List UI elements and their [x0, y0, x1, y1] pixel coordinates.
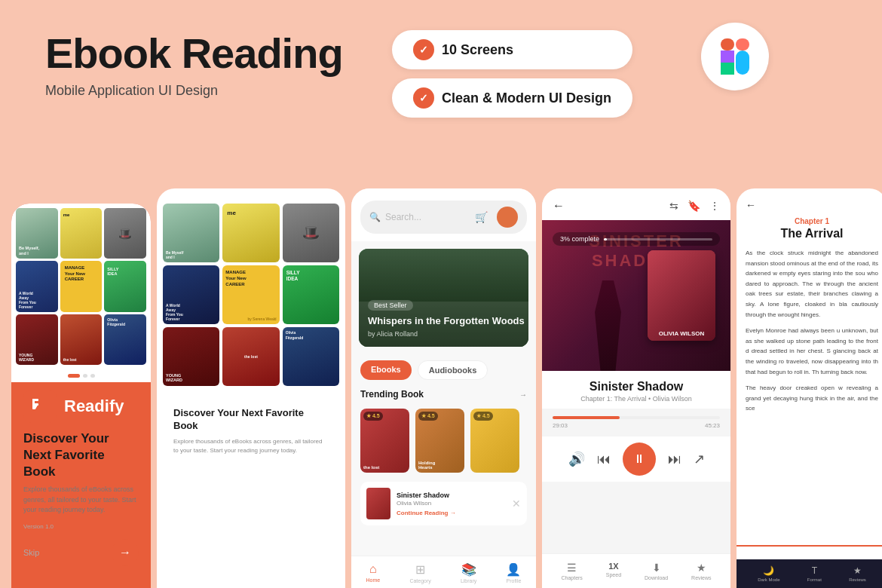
- currently-reading-card[interactable]: Sinister Shadow Olivia Wilson Continue R…: [360, 482, 527, 525]
- search-input[interactable]: Search...: [385, 212, 470, 222]
- screen-book-grid: Be Myselfand I me 🎩 A WorldAwayFrom YouF…: [157, 188, 345, 588]
- cart-icon[interactable]: 🛒: [475, 211, 488, 223]
- user-avatar[interactable]: [497, 207, 518, 228]
- category-icon: ⊞: [415, 562, 425, 577]
- svg-rect-1: [736, 38, 749, 51]
- reading-progress-line: [737, 545, 882, 547]
- search-bar[interactable]: 🔍 Search... 🛒: [360, 201, 527, 234]
- player-bottom-bar: ☰ Chapters 1X Speed ⬇ Download ★ Reviews: [542, 553, 730, 588]
- bookmark-icon[interactable]: 🔖: [688, 200, 700, 212]
- time-labels: 29:03 45:23: [553, 422, 720, 429]
- screen-player: ← ⇆ 🔖 ⋮ SINISTERSHADOW 3% complete: [542, 188, 730, 588]
- nav-library[interactable]: 📚 Library: [461, 562, 476, 583]
- featured-banner[interactable]: Best Seller Whispers in the Forgotten Wo…: [359, 249, 528, 347]
- close-icon[interactable]: ✕: [512, 498, 521, 510]
- dark-mode-item[interactable]: 🌙 Dark Mode: [758, 565, 779, 582]
- trending-section-header: Trending Book →: [351, 386, 536, 403]
- progress-fill: [553, 416, 620, 419]
- check-icon-1: ✓: [413, 39, 434, 60]
- player-cover-area: SINISTERSHADOW 3% complete OLIVIA WILSON: [542, 220, 730, 371]
- progress-percent: 3% complete: [560, 235, 599, 243]
- reader-back-icon[interactable]: ←: [746, 199, 878, 211]
- player-book-info: Sinister Shadow Chapter 1: The Arrival •…: [542, 371, 730, 409]
- format-icon: T: [812, 565, 817, 576]
- back-icon[interactable]: ←: [553, 199, 565, 213]
- feature-badges: ✓ 10 Screens ✓ Clean & Modern UI Design: [392, 30, 632, 118]
- next-arrow-button[interactable]: →: [112, 539, 139, 566]
- progress-track[interactable]: [553, 416, 720, 419]
- pause-button[interactable]: ⏸: [623, 443, 656, 476]
- reader-paragraph-2: Evelyn Monroe had always been u unknown,…: [746, 326, 878, 377]
- tab-audiobooks[interactable]: Audiobooks: [418, 360, 488, 380]
- skip-back-icon[interactable]: ⏮: [597, 452, 611, 467]
- svg-rect-2: [721, 51, 734, 63]
- trending-cover-1: ★ 4.5 the lost: [360, 409, 409, 473]
- reader-paragraph-1: As the clock struck midnight the abandon…: [746, 248, 878, 320]
- trending-book-2[interactable]: ★ 4.5 HoldingHearts: [415, 409, 464, 473]
- chapters-bar-item[interactable]: ☰ Chapters: [561, 562, 582, 580]
- player-header-icons: ⇆ 🔖 ⋮: [669, 200, 720, 212]
- speed-label: Speed: [606, 572, 621, 577]
- search-header: 🔍 Search... 🛒: [351, 188, 536, 241]
- home-icon: ⌂: [369, 562, 377, 576]
- chapters-label: Chapters: [561, 575, 582, 580]
- format-label: Format: [807, 577, 822, 582]
- volume-icon[interactable]: 🔊: [568, 451, 585, 467]
- speed-bar-item[interactable]: 1X Speed: [606, 562, 621, 580]
- trending-book-1[interactable]: ★ 4.5 the lost: [360, 409, 409, 473]
- discover-title: Discover Your Next Favorite Book: [23, 430, 139, 480]
- reading-info: Sinister Shadow Olivia Wilson Continue R…: [397, 492, 506, 516]
- format-item[interactable]: T Format: [807, 565, 822, 582]
- readify-r-icon: [23, 390, 57, 423]
- rating-badge-3: ★ 4.5: [473, 412, 493, 421]
- trending-cover-2: ★ 4.5 HoldingHearts: [415, 409, 464, 473]
- version-text: Version 1.0: [23, 523, 139, 530]
- profile-icon: 👤: [506, 562, 521, 577]
- reading-title: Sinister Shadow: [397, 492, 506, 499]
- share-icon[interactable]: ↗: [694, 451, 705, 467]
- more-icon[interactable]: ⋮: [709, 200, 720, 212]
- nav-profile[interactable]: 👤 Profile: [506, 562, 521, 583]
- continue-reading-link[interactable]: Continue Reading →: [397, 510, 506, 516]
- chapter-title: The Arrival: [746, 227, 878, 240]
- figma-logo: [701, 23, 769, 90]
- banner-content: Best Seller Whispers in the Forgotten Wo…: [368, 297, 525, 338]
- player-controls: 🔊 ⏮ ⏸ ⏭ ↗: [542, 436, 730, 482]
- svg-rect-4: [736, 51, 749, 75]
- reader-reviews-icon: ★: [853, 565, 862, 576]
- nav-category[interactable]: ⊞ Category: [409, 562, 430, 583]
- player-header: ← ⇆ 🔖 ⋮: [542, 188, 730, 220]
- reader-reviews-item[interactable]: ★ Reviews: [849, 565, 866, 582]
- readify-brand-name: Readify: [64, 397, 124, 416]
- player-chapter-info: Chapter 1: The Arrival • Olivia Wilson: [553, 395, 720, 403]
- chapter-label: Chapter 1: [746, 217, 878, 225]
- screen-splash: Be Myself,and I me 🎩 A WorldAwayFrom You…: [11, 204, 151, 588]
- skip-button[interactable]: Skip: [23, 548, 39, 557]
- download-bar-item[interactable]: ⬇ Download: [645, 562, 668, 580]
- nav-home[interactable]: ⌂ Home: [366, 562, 381, 583]
- svg-rect-3: [721, 63, 734, 75]
- download-label: Download: [645, 575, 668, 580]
- library-icon: 📚: [461, 562, 476, 577]
- library-label: Library: [461, 578, 476, 583]
- skip-forward-icon[interactable]: ⏭: [668, 452, 681, 467]
- tab-ebooks[interactable]: Ebooks: [360, 360, 412, 380]
- trending-books-list: ★ 4.5 the lost ★ 4.5 HoldingHearts ★ 4.5: [351, 403, 536, 479]
- dark-mode-icon: 🌙: [763, 565, 774, 576]
- player-book-title: Sinister Shadow: [553, 380, 720, 394]
- header-section: Ebook Reading Mobile Application UI Desi…: [45, 30, 837, 99]
- content-tabs: Ebooks Audiobooks: [351, 354, 536, 386]
- reader-bottom-bar: 🌙 Dark Mode T Format ★ Reviews: [737, 559, 882, 588]
- speed-icon: 1X: [608, 562, 618, 571]
- reader-reviews-label: Reviews: [849, 577, 866, 582]
- trending-book-3[interactable]: ★ 4.5: [470, 409, 519, 473]
- trending-title: Trending Book: [360, 389, 424, 400]
- see-all-arrow[interactable]: →: [519, 390, 527, 399]
- featured-book-title: Whispers in the Forgotten Woods: [368, 315, 525, 328]
- best-seller-badge: Best Seller: [368, 300, 413, 311]
- screen-reader: ← Chapter 1 The Arrival As the clock str…: [737, 188, 882, 588]
- reading-cover: [366, 488, 390, 519]
- cast-icon[interactable]: ⇆: [669, 200, 678, 212]
- badge-screens: ✓ 10 Screens: [392, 30, 632, 69]
- reviews-bar-item[interactable]: ★ Reviews: [691, 562, 711, 580]
